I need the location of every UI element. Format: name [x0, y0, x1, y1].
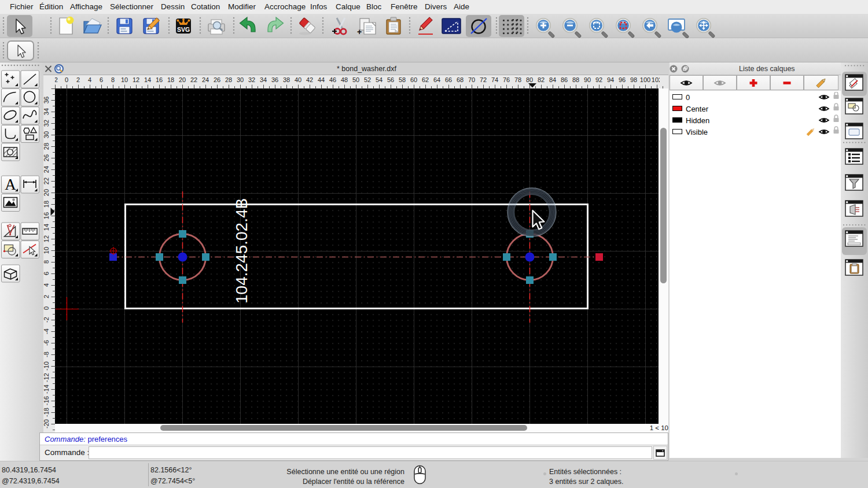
svg-text:SVG: SVG [177, 26, 190, 33]
svg-text:+: + [357, 27, 362, 36]
svg-text:A: A [5, 176, 16, 193]
